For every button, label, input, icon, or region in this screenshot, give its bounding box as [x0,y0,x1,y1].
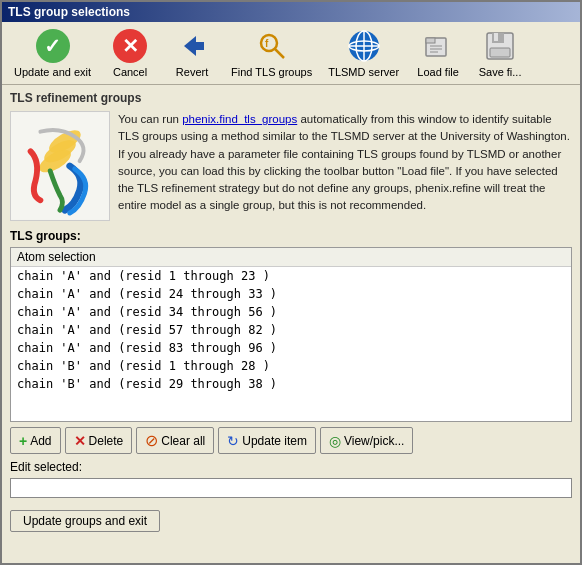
table-cell: chain 'A' and (resid 24 through 33 ) [11,285,571,303]
find-tls-button[interactable]: f Find TLS groups [225,26,318,80]
edit-section: Edit selected: [10,460,572,498]
table-row[interactable]: chain 'B' and (resid 1 through 28 ) [11,357,571,375]
svg-line-3 [275,49,284,58]
save-icon [482,28,518,64]
find-icon: f [254,28,290,64]
revert-label: Revert [176,66,208,78]
info-box: You can run phenix.find_tls_groups autom… [10,111,572,221]
refresh-icon: ↻ [227,433,239,449]
cancel-icon: ✕ [112,28,148,64]
table-cell: chain 'A' and (resid 57 through 82 ) [11,321,571,339]
table-row[interactable]: chain 'A' and (resid 1 through 23 ) [11,267,571,286]
title-bar: TLS group selections [2,2,580,22]
update-groups-exit-button[interactable]: Update groups and exit [10,510,160,532]
svg-rect-11 [426,38,435,43]
info-text: You can run phenix.find_tls_groups autom… [118,111,572,221]
bottom-button-area: Update groups and exit [10,504,572,532]
tlsmd-label: TLSMD server [328,66,399,78]
table-cell: chain 'A' and (resid 34 through 56 ) [11,303,571,321]
table-row[interactable]: chain 'A' and (resid 83 through 96 ) [11,339,571,357]
edit-selected-label: Edit selected: [10,460,572,474]
server-icon [346,28,382,64]
tlsmd-server-button[interactable]: TLSMD server [322,26,405,80]
revert-button[interactable]: Revert [163,26,221,80]
main-window: TLS group selections ✓ Update and exit ✕… [0,0,582,565]
clear-all-button[interactable]: ⊘ Clear all [136,427,214,454]
update-item-label: Update item [242,434,307,448]
table-row[interactable]: chain 'A' and (resid 34 through 56 ) [11,303,571,321]
x-delete-icon: ✕ [74,433,86,449]
svg-point-2 [261,35,277,51]
x-icon: ✕ [113,29,147,63]
action-buttons: + Add ✕ Delete ⊘ Clear all ↻ Update item… [10,427,572,454]
revert-icon [174,28,210,64]
table-row[interactable]: chain 'B' and (resid 29 through 38 ) [11,375,571,393]
clear-all-label: Clear all [161,434,205,448]
save-file-button[interactable]: Save fi... [471,26,529,80]
view-pick-label: View/pick... [344,434,404,448]
cancel-label: Cancel [113,66,147,78]
atom-selection-header: Atom selection [11,248,571,267]
load-file-label: Load file [417,66,459,78]
tls-groups-label: TLS groups: [10,229,572,243]
tls-groups-section: TLS groups: Atom selection chain 'A' and… [10,229,572,557]
refinement-section-label: TLS refinement groups [10,91,572,105]
svg-rect-1 [196,42,204,50]
no-icon: ⊘ [145,431,158,450]
svg-rect-18 [490,48,510,57]
update-exit-button[interactable]: ✓ Update and exit [8,26,97,80]
toolbar: ✓ Update and exit ✕ Cancel Revert [2,22,580,85]
table-cell: chain 'B' and (resid 1 through 28 ) [11,357,571,375]
check-icon: ✓ [35,28,71,64]
table-cell: chain 'B' and (resid 29 through 38 ) [11,375,571,393]
update-groups-exit-label: Update groups and exit [23,514,147,528]
plus-icon: + [19,433,27,449]
update-item-button[interactable]: ↻ Update item [218,427,316,454]
eye-icon: ◎ [329,433,341,449]
table-row[interactable]: chain 'A' and (resid 57 through 82 ) [11,321,571,339]
view-pick-button[interactable]: ◎ View/pick... [320,427,413,454]
table-cell: chain 'A' and (resid 1 through 23 ) [11,267,571,286]
update-exit-label: Update and exit [14,66,91,78]
save-file-label: Save fi... [479,66,522,78]
tls-groups-table: Atom selection chain 'A' and (resid 1 th… [11,248,571,393]
table-row[interactable]: chain 'A' and (resid 24 through 33 ) [11,285,571,303]
load-file-button[interactable]: Load file [409,26,467,80]
tls-groups-table-wrapper[interactable]: Atom selection chain 'A' and (resid 1 th… [10,247,572,422]
protein-image [10,111,110,221]
add-label: Add [30,434,51,448]
delete-button[interactable]: ✕ Delete [65,427,133,454]
delete-label: Delete [89,434,124,448]
table-cell: chain 'A' and (resid 83 through 96 ) [11,339,571,357]
edit-selected-input[interactable] [10,478,572,498]
find-tls-label: Find TLS groups [231,66,312,78]
info-text-content: You can run phenix.find_tls_groups autom… [118,113,570,211]
cancel-button[interactable]: ✕ Cancel [101,26,159,80]
tls-rows-body: chain 'A' and (resid 1 through 23 )chain… [11,267,571,394]
load-icon [420,28,456,64]
checkmark-icon: ✓ [36,29,70,63]
window-title: TLS group selections [8,5,130,19]
content-area: TLS refinement groups [2,85,580,563]
svg-rect-17 [494,33,498,41]
svg-text:f: f [265,38,269,49]
add-button[interactable]: + Add [10,427,61,454]
arrow-left-icon [175,29,209,63]
svg-marker-0 [184,36,196,56]
